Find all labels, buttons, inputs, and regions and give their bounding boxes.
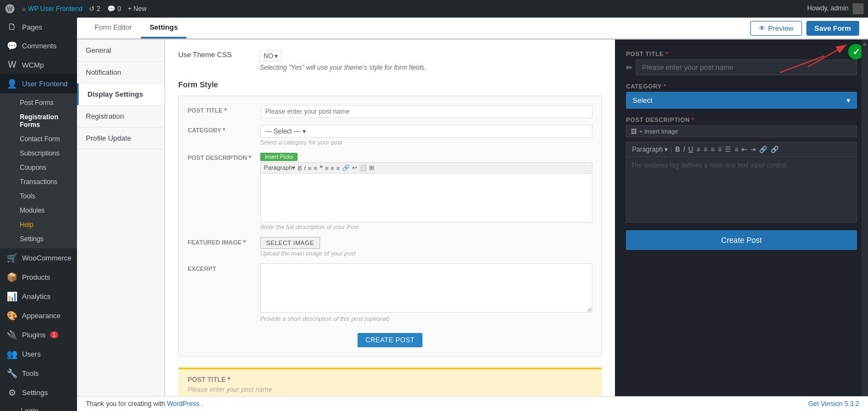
editor-toolbar: Paragraph▾ B I ≡ ≡ ❝ ≡ ≡ ≡ 🔗 bbox=[260, 162, 592, 173]
preview-create-post-button[interactable]: Create Post bbox=[626, 230, 857, 250]
sidebar-item-help[interactable]: Help bbox=[0, 218, 77, 232]
indent-left-icon[interactable]: ⇤ bbox=[741, 146, 747, 153]
paragraph-select[interactable]: Paragraph ▾ bbox=[632, 146, 668, 153]
post-description-note: Write the full description of your Post bbox=[260, 224, 592, 230]
use-theme-css-note: Selecting "Yes" will use your theme's st… bbox=[260, 64, 426, 71]
sidebar-item-settings[interactable]: ⚙ Settings bbox=[0, 383, 77, 402]
wordpress-link[interactable]: WordPress bbox=[167, 400, 199, 408]
settings-sidebar: General Notification Display Settings Re… bbox=[77, 40, 165, 410]
scrollbar[interactable]: ▲ ▼ bbox=[861, 40, 868, 410]
second-section: POST TITLE * Please enter your post name bbox=[178, 368, 602, 401]
sidebar-item-appearance[interactable]: 🎨 Appearance bbox=[0, 306, 77, 325]
post-title-field[interactable] bbox=[260, 105, 592, 118]
form-field-post-title: POST TITLE * bbox=[188, 105, 592, 118]
link-icon[interactable]: 🔗 bbox=[759, 146, 767, 153]
image-icon: 🖼 bbox=[631, 128, 637, 135]
category-select[interactable]: — Select — ▾ bbox=[260, 125, 592, 138]
use-theme-css-row: Use Theme CSS NO ▾ Selecting "Yes" will … bbox=[178, 51, 602, 71]
sidebar-item-wcmp[interactable]: W WCMp bbox=[0, 55, 77, 74]
underline-btn[interactable]: U bbox=[688, 146, 693, 153]
sidebar-item-contact-form[interactable]: Contact Form bbox=[0, 132, 77, 146]
sidebar-item-registration-forms[interactable]: Registration Forms bbox=[0, 110, 77, 132]
sidebar-item-pages[interactable]: 🗋 Pages bbox=[0, 18, 77, 36]
main-content: Form Editor Settings 👁 Preview Save Form bbox=[77, 18, 868, 411]
align-justify-icon[interactable]: ≡ bbox=[718, 146, 722, 153]
form-field-featured-image: FEATURED IMAGE * SELECT IMAGE Upload the… bbox=[188, 237, 592, 257]
new-button[interactable]: + New bbox=[128, 5, 146, 13]
settings-icon: ⚙ bbox=[7, 387, 18, 398]
sidebar-item-plugins[interactable]: 🔌 Plugins 1 bbox=[0, 325, 77, 345]
form-field-post-description: POST DESCRIPTION * Insert Picks Paragrap… bbox=[188, 152, 592, 230]
save-form-button[interactable]: Save Form bbox=[806, 21, 859, 36]
align-center-icon[interactable]: ≡ bbox=[704, 146, 707, 153]
bubbles-count[interactable]: 💬 0 bbox=[107, 5, 122, 13]
scroll-up-icon[interactable]: ▲ bbox=[862, 41, 867, 47]
preview-category-select[interactable]: Select ▾ bbox=[626, 92, 857, 109]
comments-count[interactable]: ↺ 2 bbox=[89, 5, 101, 13]
site-name[interactable]: ⌂ WP User Frontend bbox=[22, 5, 83, 13]
required-marker: * bbox=[224, 107, 227, 114]
bold-btn[interactable]: B bbox=[675, 146, 680, 153]
form-field-excerpt: EXCERPT Provide a short description of t… bbox=[188, 263, 592, 322]
preview-editor-area[interactable]: The textarea tag defines a multi-line te… bbox=[626, 157, 857, 223]
editor-area[interactable] bbox=[260, 173, 592, 223]
tab-form-editor[interactable]: Form Editor bbox=[86, 18, 141, 38]
settings-registration[interactable]: Registration bbox=[77, 105, 164, 127]
preview-button[interactable]: 👁 Preview bbox=[750, 21, 801, 36]
select-chevron-down-icon: ▾ bbox=[847, 96, 850, 104]
preview-category-section: CATEGORY * Select ▾ bbox=[626, 83, 857, 109]
sidebar-item-user-frontend[interactable]: 👤 User Frontend bbox=[0, 74, 77, 93]
insert-picks-btn[interactable]: Insert Picks bbox=[260, 153, 298, 161]
top-tabs: Form Editor Settings 👁 Preview Save Form bbox=[77, 18, 868, 39]
sidebar-item-login-customizer[interactable]: 🖌 Login Customizer bbox=[0, 402, 77, 411]
sidebar-item-post-forms[interactable]: Post Forms bbox=[0, 96, 77, 110]
sidebar-item-analytics[interactable]: 📊 Analytics bbox=[0, 287, 77, 306]
sidebar-item-users[interactable]: 👥 Users bbox=[0, 345, 77, 364]
appearance-icon: 🎨 bbox=[7, 310, 18, 321]
indent-right-icon[interactable]: ⇥ bbox=[750, 146, 756, 153]
use-theme-css-select[interactable]: NO ▾ bbox=[260, 51, 282, 62]
excerpt-textarea[interactable] bbox=[260, 263, 592, 313]
preview-post-title-field[interactable] bbox=[636, 59, 857, 75]
products-icon: 📦 bbox=[7, 272, 18, 282]
wp-logo-icon[interactable]: W bbox=[4, 3, 15, 14]
preview-editor-toolbar: Paragraph ▾ B I U ≡ ≡ ≡ ≡ ☰ ≡ ⇤ ⇥ 🔗 bbox=[626, 142, 857, 157]
list-ol-icon[interactable]: ≡ bbox=[734, 146, 738, 153]
sidebar-item-tools[interactable]: 🔧 Tools bbox=[0, 364, 77, 383]
italic-btn[interactable]: I bbox=[683, 146, 685, 153]
excerpt-label: EXCERPT bbox=[188, 263, 254, 272]
align-left-icon[interactable]: ≡ bbox=[696, 146, 700, 153]
featured-image-note: Upload the main image of your post bbox=[260, 250, 592, 257]
post-description-input: Insert Picks Paragraph▾ B I ≡ ≡ ❝ ≡ ≡ bbox=[260, 152, 592, 230]
settings-display-settings[interactable]: Display Settings bbox=[77, 84, 164, 105]
create-post-row: CREATE POST bbox=[188, 329, 592, 347]
get-version-link[interactable]: Get Version 5.3.2 bbox=[808, 400, 859, 408]
edit-icon: ✏ bbox=[626, 63, 633, 72]
sidebar-item-settings-uf[interactable]: Settings bbox=[0, 232, 77, 246]
sidebar-item-woocommerce[interactable]: 🛒 WooCommerce bbox=[0, 248, 77, 268]
wp-footer: Thank you for creating with WordPress . … bbox=[77, 396, 868, 411]
post-description-label: POST DESCRIPTION * bbox=[188, 152, 254, 161]
settings-notification[interactable]: Notification bbox=[77, 62, 164, 84]
align-right-icon[interactable]: ≡ bbox=[711, 146, 715, 153]
woocommerce-icon: 🛒 bbox=[7, 253, 18, 263]
tab-settings[interactable]: Settings bbox=[141, 18, 186, 38]
sidebar-item-comments[interactable]: 💬 Comments bbox=[0, 36, 77, 55]
required-star: * bbox=[228, 376, 230, 384]
preview-insert-image-button[interactable]: 🖼 + Insert Image bbox=[626, 125, 857, 137]
sidebar-item-transactions[interactable]: Transactions bbox=[0, 175, 77, 189]
sidebar-item-modules[interactable]: Modules bbox=[0, 203, 77, 218]
list-ul-icon[interactable]: ☰ bbox=[725, 146, 731, 153]
featured-image-input: SELECT IMAGE Upload the main image of yo… bbox=[260, 237, 592, 257]
sidebar-item-coupons[interactable]: Coupons bbox=[0, 160, 77, 175]
preview-create-post-section: Create Post bbox=[626, 230, 857, 250]
unlink-icon[interactable]: 🔗 bbox=[771, 146, 779, 153]
select-image-button[interactable]: SELECT IMAGE bbox=[260, 237, 320, 249]
settings-general[interactable]: General bbox=[77, 40, 164, 62]
create-post-button[interactable]: CREATE POST bbox=[358, 333, 422, 347]
sidebar-item-products[interactable]: 📦 Products bbox=[0, 268, 77, 287]
post-title-input[interactable] bbox=[260, 105, 592, 118]
settings-profile-update[interactable]: Profile Update bbox=[77, 127, 164, 149]
sidebar-item-tools-uf[interactable]: Tools bbox=[0, 189, 77, 203]
sidebar-item-subscriptions[interactable]: Subscriptions bbox=[0, 146, 77, 160]
